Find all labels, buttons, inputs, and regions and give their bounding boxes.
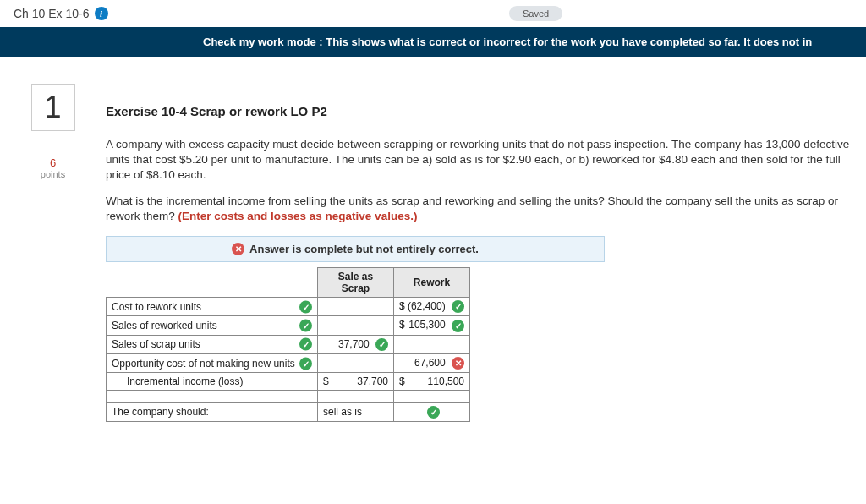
left-column: 1 6 points — [25, 74, 80, 422]
exercise-title: Exercise 10-4 Scrap or rework LO P2 — [106, 104, 866, 118]
decision-value[interactable]: sell as is — [323, 406, 362, 418]
answer-status-text: Answer is complete but not entirely corr… — [249, 243, 479, 255]
check-icon: ✓ — [427, 406, 440, 419]
check-icon: ✓ — [299, 320, 312, 332]
spacer-row — [107, 391, 470, 403]
incremental-label: Incremental income (loss) — [112, 375, 243, 387]
row-label: Cost to rework units — [112, 301, 201, 313]
table-header-row: Sale as Scrap Rework — [107, 268, 470, 298]
check-icon: ✓ — [375, 338, 388, 351]
x-icon: ✕ — [452, 357, 464, 370]
decision-label: The company should: — [112, 406, 209, 418]
problem-red-instruction: (Enter costs and losses as negative valu… — [178, 210, 418, 222]
saved-pill: Saved — [509, 6, 562, 21]
x-icon: ✕ — [232, 243, 244, 255]
check-icon: ✓ — [452, 320, 464, 332]
check-icon: ✓ — [452, 300, 464, 313]
decision-row: The company should: sell as is ✓ — [107, 403, 470, 421]
top-bar: Ch 10 Ex 10-6 i Saved — [0, 0, 866, 27]
points-value: 6 — [25, 156, 80, 169]
table-row: Sales of scrap units✓ 37,700 ✓ — [107, 335, 470, 353]
col-rework: Rework — [394, 268, 470, 298]
table-row: Cost to rework units✓ $(62,400) ✓ — [107, 298, 470, 316]
row-label: Sales of reworked units — [112, 320, 217, 331]
table-row-total: Incremental income (loss) $37,700 $110,5… — [107, 373, 470, 391]
row-label: Opportunity cost of not making new units — [112, 358, 295, 370]
chapter-title: Ch 10 Ex 10-6 — [14, 7, 90, 20]
points-label: points — [25, 169, 80, 179]
col-scrap: Sale as Scrap — [318, 268, 394, 298]
main-column: Exercise 10-4 Scrap or rework LO P2 A co… — [80, 74, 866, 422]
answers-table: Sale as Scrap Rework Cost to rework unit… — [106, 267, 470, 422]
answer-status-banner: ✕ Answer is complete but not entirely co… — [106, 236, 605, 262]
row-label: Sales of scrap units — [112, 338, 200, 350]
content: 1 6 points Exercise 10-4 Scrap or rework… — [0, 57, 866, 422]
problem-text-2: What is the incremental income from sell… — [106, 194, 866, 224]
check-icon: ✓ — [299, 357, 312, 370]
check-icon: ✓ — [299, 338, 312, 351]
problem-text-1: A company with excess capacity must deci… — [106, 137, 866, 184]
mode-banner: Check my work mode : This shows what is … — [0, 27, 866, 57]
table-row: Opportunity cost of not making new units… — [107, 354, 470, 373]
info-icon[interactable]: i — [95, 7, 108, 20]
question-number[interactable]: 1 — [31, 84, 75, 131]
check-icon: ✓ — [299, 300, 312, 313]
table-row: Sales of reworked units✓ $105,300 ✓ — [107, 316, 470, 335]
